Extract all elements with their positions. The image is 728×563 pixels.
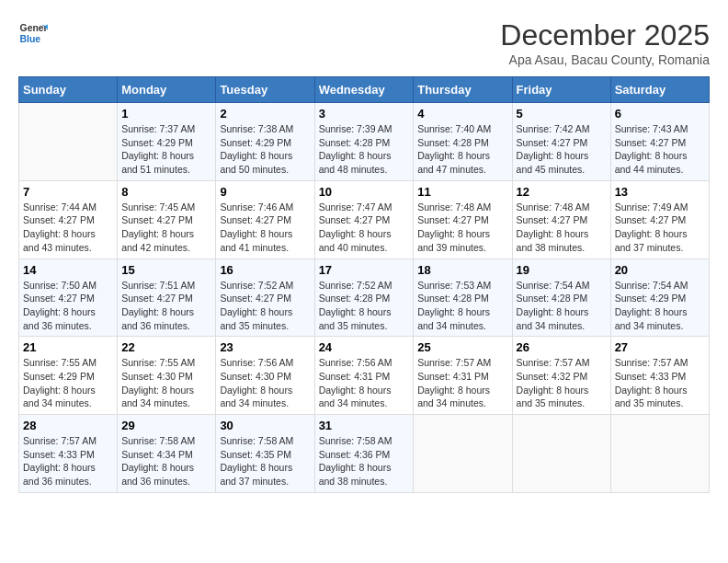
day-info: Sunrise: 7:48 AMSunset: 4:27 PMDaylight:…	[417, 201, 507, 255]
day-cell: 1Sunrise: 7:37 AMSunset: 4:29 PMDaylight…	[118, 103, 216, 181]
day-number: 28	[23, 419, 113, 432]
day-number: 31	[319, 419, 410, 432]
day-number: 14	[23, 263, 113, 277]
day-number: 1	[121, 107, 211, 121]
day-cell: 15Sunrise: 7:51 AMSunset: 4:27 PMDayligh…	[118, 259, 216, 337]
day-number: 21	[23, 340, 113, 354]
day-cell: 24Sunrise: 7:56 AMSunset: 4:31 PMDayligh…	[314, 337, 414, 415]
day-info: Sunrise: 7:57 AMSunset: 4:33 PMDaylight:…	[615, 356, 705, 410]
day-number: 15	[121, 263, 211, 277]
day-info: Sunrise: 7:37 AMSunset: 4:29 PMDaylight:…	[121, 122, 211, 177]
day-info: Sunrise: 7:56 AMSunset: 4:30 PMDaylight:…	[220, 356, 310, 410]
day-number: 8	[121, 185, 211, 199]
day-cell: 3Sunrise: 7:39 AMSunset: 4:28 PMDaylight…	[314, 103, 414, 181]
day-cell: 8Sunrise: 7:45 AMSunset: 4:27 PMDaylight…	[118, 180, 216, 259]
day-info: Sunrise: 7:57 AMSunset: 4:32 PMDaylight:…	[517, 356, 607, 410]
day-cell: 4Sunrise: 7:40 AMSunset: 4:28 PMDaylight…	[414, 103, 512, 181]
day-number: 10	[319, 185, 410, 199]
day-info: Sunrise: 7:40 AMSunset: 4:28 PMDaylight:…	[417, 122, 507, 177]
day-info: Sunrise: 7:50 AMSunset: 4:27 PMDaylight:…	[23, 279, 113, 333]
day-info: Sunrise: 7:51 AMSunset: 4:27 PMDaylight:…	[121, 279, 211, 333]
day-number: 2	[220, 107, 310, 121]
day-cell: 30Sunrise: 7:58 AMSunset: 4:35 PMDayligh…	[216, 415, 314, 493]
page-header: General Blue December 2025 Apa Asau, Bac…	[18, 18, 710, 67]
day-cell: 6Sunrise: 7:43 AMSunset: 4:27 PMDaylight…	[610, 103, 709, 181]
logo: General Blue	[18, 18, 48, 48]
day-cell	[414, 415, 512, 493]
day-number: 7	[23, 185, 113, 199]
week-row-3: 14Sunrise: 7:50 AMSunset: 4:27 PMDayligh…	[19, 259, 710, 337]
day-info: Sunrise: 7:57 AMSunset: 4:33 PMDaylight:…	[23, 434, 113, 488]
day-info: Sunrise: 7:42 AMSunset: 4:27 PMDaylight:…	[517, 122, 607, 177]
day-cell: 11Sunrise: 7:48 AMSunset: 4:27 PMDayligh…	[414, 180, 512, 259]
day-info: Sunrise: 7:45 AMSunset: 4:27 PMDaylight:…	[121, 201, 211, 255]
day-info: Sunrise: 7:53 AMSunset: 4:28 PMDaylight:…	[417, 279, 507, 333]
day-number: 26	[517, 340, 607, 354]
day-info: Sunrise: 7:44 AMSunset: 4:27 PMDaylight:…	[23, 201, 113, 255]
day-info: Sunrise: 7:55 AMSunset: 4:30 PMDaylight:…	[121, 356, 211, 410]
day-info: Sunrise: 7:47 AMSunset: 4:27 PMDaylight:…	[319, 201, 410, 255]
logo-icon: General Blue	[18, 18, 48, 48]
day-cell	[512, 415, 610, 493]
weekday-header-sunday: Sunday	[19, 77, 118, 103]
day-number: 27	[615, 340, 705, 354]
week-row-1: 1Sunrise: 7:37 AMSunset: 4:29 PMDaylight…	[19, 103, 710, 181]
weekday-header-monday: Monday	[118, 77, 216, 103]
day-number: 12	[517, 185, 607, 199]
month-title: December 2025	[500, 18, 710, 52]
day-cell: 9Sunrise: 7:46 AMSunset: 4:27 PMDaylight…	[216, 180, 314, 259]
day-cell: 19Sunrise: 7:54 AMSunset: 4:28 PMDayligh…	[512, 259, 610, 337]
day-cell: 12Sunrise: 7:48 AMSunset: 4:27 PMDayligh…	[512, 180, 610, 259]
day-number: 17	[319, 263, 410, 277]
location-title: Apa Asau, Bacau County, Romania	[500, 52, 710, 67]
day-cell: 7Sunrise: 7:44 AMSunset: 4:27 PMDaylight…	[19, 180, 118, 259]
day-cell	[19, 103, 118, 181]
day-info: Sunrise: 7:52 AMSunset: 4:27 PMDaylight:…	[220, 279, 310, 333]
day-number: 11	[417, 185, 507, 199]
weekday-header-thursday: Thursday	[414, 77, 512, 103]
day-cell: 25Sunrise: 7:57 AMSunset: 4:31 PMDayligh…	[414, 337, 512, 415]
day-cell: 14Sunrise: 7:50 AMSunset: 4:27 PMDayligh…	[19, 259, 118, 337]
day-number: 3	[319, 107, 410, 121]
day-number: 6	[615, 107, 705, 121]
day-number: 20	[615, 263, 705, 277]
day-info: Sunrise: 7:39 AMSunset: 4:28 PMDaylight:…	[319, 122, 410, 177]
day-number: 23	[220, 340, 310, 354]
day-info: Sunrise: 7:58 AMSunset: 4:35 PMDaylight:…	[220, 434, 310, 488]
day-number: 13	[615, 185, 705, 199]
day-cell: 23Sunrise: 7:56 AMSunset: 4:30 PMDayligh…	[216, 337, 314, 415]
day-number: 4	[417, 107, 507, 121]
day-cell: 13Sunrise: 7:49 AMSunset: 4:27 PMDayligh…	[610, 180, 709, 259]
day-cell: 28Sunrise: 7:57 AMSunset: 4:33 PMDayligh…	[19, 415, 118, 493]
day-number: 18	[417, 263, 507, 277]
day-info: Sunrise: 7:43 AMSunset: 4:27 PMDaylight:…	[615, 122, 705, 177]
weekday-header-row: SundayMondayTuesdayWednesdayThursdayFrid…	[19, 77, 710, 103]
day-cell: 18Sunrise: 7:53 AMSunset: 4:28 PMDayligh…	[414, 259, 512, 337]
day-number: 29	[121, 419, 211, 432]
week-row-5: 28Sunrise: 7:57 AMSunset: 4:33 PMDayligh…	[19, 415, 710, 493]
week-row-4: 21Sunrise: 7:55 AMSunset: 4:29 PMDayligh…	[19, 337, 710, 415]
week-row-2: 7Sunrise: 7:44 AMSunset: 4:27 PMDaylight…	[19, 180, 710, 259]
day-number: 9	[220, 185, 310, 199]
day-number: 24	[319, 340, 410, 354]
day-info: Sunrise: 7:56 AMSunset: 4:31 PMDaylight:…	[319, 356, 410, 410]
day-cell: 10Sunrise: 7:47 AMSunset: 4:27 PMDayligh…	[314, 180, 414, 259]
day-cell: 31Sunrise: 7:58 AMSunset: 4:36 PMDayligh…	[314, 415, 414, 493]
day-info: Sunrise: 7:55 AMSunset: 4:29 PMDaylight:…	[23, 356, 113, 410]
day-number: 5	[517, 107, 607, 121]
day-cell: 2Sunrise: 7:38 AMSunset: 4:29 PMDaylight…	[216, 103, 314, 181]
day-cell: 16Sunrise: 7:52 AMSunset: 4:27 PMDayligh…	[216, 259, 314, 337]
day-info: Sunrise: 7:58 AMSunset: 4:36 PMDaylight:…	[319, 434, 410, 488]
day-info: Sunrise: 7:54 AMSunset: 4:28 PMDaylight:…	[517, 279, 607, 333]
day-number: 19	[517, 263, 607, 277]
day-cell: 27Sunrise: 7:57 AMSunset: 4:33 PMDayligh…	[610, 337, 709, 415]
day-number: 16	[220, 263, 310, 277]
svg-text:General: General	[20, 23, 48, 33]
weekday-header-saturday: Saturday	[610, 77, 709, 103]
weekday-header-wednesday: Wednesday	[314, 77, 414, 103]
weekday-header-friday: Friday	[512, 77, 610, 103]
day-number: 22	[121, 340, 211, 354]
day-number: 25	[417, 340, 507, 354]
day-info: Sunrise: 7:54 AMSunset: 4:29 PMDaylight:…	[615, 279, 705, 333]
day-cell: 17Sunrise: 7:52 AMSunset: 4:28 PMDayligh…	[314, 259, 414, 337]
